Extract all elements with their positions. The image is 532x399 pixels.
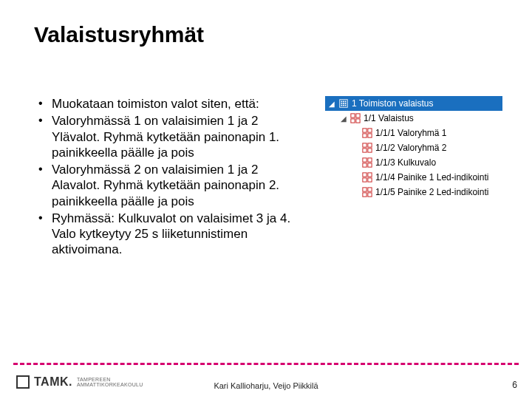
svg-rect-8 xyxy=(343,105,344,106)
tree-label: 1/1/3 Kulkuvalo xyxy=(375,157,436,168)
collapse-arrow-icon[interactable]: ◢ xyxy=(340,115,347,123)
svg-rect-15 xyxy=(368,129,372,132)
page-number: 6 xyxy=(512,380,517,390)
svg-rect-30 xyxy=(363,188,366,191)
tree-label: 1/1/2 Valoryhmä 2 xyxy=(375,143,447,153)
svg-rect-12 xyxy=(351,119,355,123)
tree-label: 1/1/4 Painike 1 Led-indikointi xyxy=(375,172,488,183)
tree-root[interactable]: ◢ 1 Toimiston valaistus xyxy=(325,96,502,111)
svg-rect-23 xyxy=(368,158,372,162)
svg-rect-22 xyxy=(363,158,366,162)
group-icon xyxy=(362,187,372,197)
svg-rect-25 xyxy=(368,163,372,167)
building-icon xyxy=(338,98,349,109)
divider-line xyxy=(13,363,519,365)
tree-label: 1/1/5 Painike 2 Led-indikointi xyxy=(375,187,488,197)
bullet-item: Muokataan toimiston valot siten, että: xyxy=(34,96,307,112)
tree-item[interactable]: 1/1/3 Kulkuvalo xyxy=(325,155,502,170)
svg-rect-1 xyxy=(341,101,343,103)
svg-rect-33 xyxy=(368,193,372,197)
svg-rect-13 xyxy=(356,119,360,123)
group-icon xyxy=(362,128,372,138)
slide: Valaistusryhmät Muokataan toimiston valo… xyxy=(0,0,532,399)
svg-rect-32 xyxy=(363,193,366,197)
svg-rect-7 xyxy=(341,105,343,106)
svg-rect-5 xyxy=(343,103,344,104)
authors: Kari Kallioharju, Veijo Piikkilä xyxy=(0,381,532,390)
svg-rect-31 xyxy=(368,188,372,191)
svg-rect-26 xyxy=(363,173,366,177)
tree-label: 1/1 Valaistus xyxy=(364,113,414,123)
svg-rect-9 xyxy=(345,105,347,106)
svg-rect-6 xyxy=(345,103,347,104)
tree-panel: ◢ 1 Toimiston valaistus ◢ 1/1 Valaistus xyxy=(325,96,502,200)
tree-item[interactable]: 1/1/1 Valoryhmä 1 xyxy=(325,126,502,140)
svg-rect-28 xyxy=(363,178,366,182)
tree-item[interactable]: 1/1/5 Painike 2 Led-indikointi xyxy=(325,185,502,200)
group-icon xyxy=(362,143,372,153)
bullet-item: Ryhmässä: Kulkuvalot on valaisimet 3 ja … xyxy=(34,211,307,258)
svg-rect-29 xyxy=(368,178,372,182)
svg-rect-18 xyxy=(363,143,366,147)
svg-rect-3 xyxy=(345,101,347,103)
svg-rect-24 xyxy=(363,163,366,167)
bullet-item: Valoryhmässä 2 on valaisimien 1 ja 2 Ala… xyxy=(34,162,307,209)
footer: TAMK. TAMPEREEN AMMATTIKORKEAKOULU Kari … xyxy=(0,366,532,399)
tree-item[interactable]: 1/1/2 Valoryhmä 2 xyxy=(325,140,502,155)
svg-rect-21 xyxy=(368,149,372,152)
svg-rect-4 xyxy=(341,103,343,104)
svg-rect-2 xyxy=(343,101,344,103)
tree-label: 1 Toimiston valaistus xyxy=(352,98,434,109)
tree-label: 1/1/1 Valoryhmä 1 xyxy=(375,128,447,138)
group-icon xyxy=(362,157,372,168)
bullet-item: Valoryhmässä 1 on valaisimien 1 ja 2 Ylä… xyxy=(34,113,307,160)
tree-group[interactable]: ◢ 1/1 Valaistus xyxy=(325,111,502,126)
svg-rect-20 xyxy=(363,149,366,152)
svg-rect-10 xyxy=(351,114,355,117)
svg-rect-16 xyxy=(363,134,366,137)
svg-rect-14 xyxy=(363,129,366,132)
svg-rect-17 xyxy=(368,134,372,137)
svg-rect-11 xyxy=(356,114,360,117)
svg-rect-19 xyxy=(368,143,372,147)
group-icon xyxy=(350,113,361,123)
svg-rect-27 xyxy=(368,173,372,177)
tree-item[interactable]: 1/1/4 Painike 1 Led-indikointi xyxy=(325,170,502,185)
collapse-arrow-icon[interactable]: ◢ xyxy=(328,100,335,108)
slide-title: Valaistusryhmät xyxy=(34,22,204,47)
group-icon xyxy=(362,172,372,183)
body-text: Muokataan toimiston valot siten, että: V… xyxy=(34,96,307,259)
